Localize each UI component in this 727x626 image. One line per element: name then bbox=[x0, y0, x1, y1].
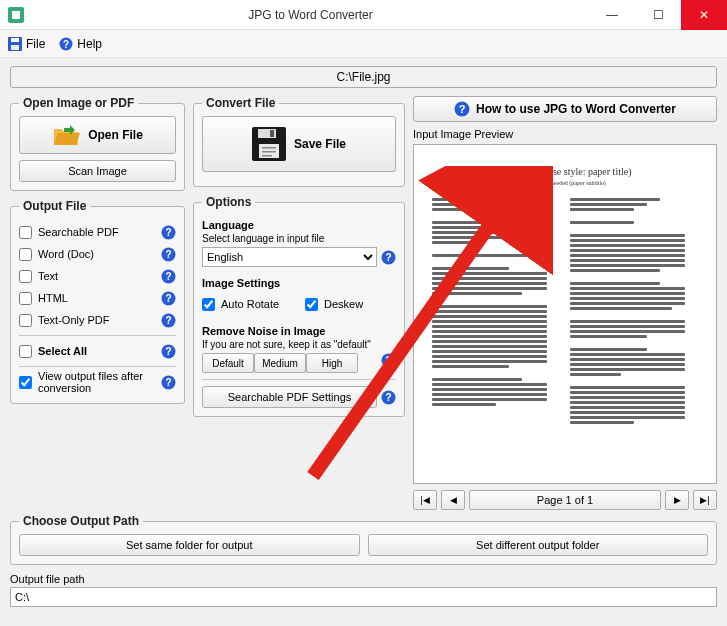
language-hint: Select language in input file bbox=[202, 233, 396, 244]
open-image-legend: Open Image or PDF bbox=[19, 96, 138, 110]
filepath-text: C:\File.jpg bbox=[336, 70, 390, 84]
options-section: Options Language Select language in inpu… bbox=[193, 195, 405, 417]
pager-prev-button[interactable]: ◀ bbox=[441, 490, 465, 510]
view-after-row: View output files after conversion ? bbox=[19, 373, 176, 391]
separator bbox=[19, 366, 176, 367]
help-icon[interactable]: ? bbox=[381, 390, 396, 405]
output-word-label: Word (Doc) bbox=[38, 248, 94, 260]
open-file-label: Open File bbox=[88, 128, 143, 142]
output-word-checkbox[interactable] bbox=[19, 248, 32, 261]
svg-text:?: ? bbox=[459, 103, 466, 115]
help-icon[interactable]: ? bbox=[161, 291, 176, 306]
view-after-checkbox[interactable] bbox=[19, 376, 32, 389]
set-different-folder-button[interactable]: Set different output folder bbox=[368, 534, 709, 556]
menu-help-label: Help bbox=[77, 37, 102, 51]
svg-text:?: ? bbox=[385, 355, 391, 366]
convert-file-legend: Convert File bbox=[202, 96, 279, 110]
filepath-display: C:\File.jpg bbox=[10, 66, 717, 88]
menu-file-label: File bbox=[26, 37, 45, 51]
svg-rect-3 bbox=[11, 45, 19, 50]
svg-rect-26 bbox=[262, 155, 272, 157]
deskew-checkbox[interactable] bbox=[305, 298, 318, 311]
menu-file[interactable]: File bbox=[8, 37, 45, 51]
svg-rect-2 bbox=[11, 38, 19, 42]
noise-medium-button[interactable]: Medium bbox=[254, 353, 306, 373]
select-all-label: Select All bbox=[38, 345, 87, 357]
help-icon[interactable]: ? bbox=[161, 225, 176, 240]
preview-columns bbox=[432, 196, 698, 426]
floppy-icon bbox=[8, 37, 22, 51]
menu-help[interactable]: ? Help bbox=[59, 37, 102, 51]
language-select[interactable]: English bbox=[202, 247, 377, 267]
help-icon[interactable]: ? bbox=[381, 353, 396, 368]
preview-box: Paper Title (use style: paper title) Sub… bbox=[413, 144, 717, 484]
select-all-checkbox[interactable] bbox=[19, 345, 32, 358]
pager-status: Page 1 of 1 bbox=[469, 490, 661, 510]
output-searchable-pdf-label: Searchable PDF bbox=[38, 226, 119, 238]
pager-last-button[interactable]: ▶| bbox=[693, 490, 717, 510]
output-searchable-pdf-checkbox[interactable] bbox=[19, 226, 32, 239]
searchable-pdf-settings-button[interactable]: Searchable PDF Settings bbox=[202, 386, 377, 408]
output-path-input[interactable] bbox=[10, 587, 717, 607]
output-html-row: HTML ? bbox=[19, 289, 176, 307]
help-icon[interactable]: ? bbox=[161, 375, 176, 390]
svg-rect-25 bbox=[262, 151, 276, 153]
separator bbox=[19, 335, 176, 336]
output-path-row: Output file path bbox=[10, 573, 717, 607]
output-path-label: Output file path bbox=[10, 573, 717, 585]
help-icon[interactable]: ? bbox=[161, 247, 176, 262]
window-titlebar: JPG to Word Converter — ☐ ✕ bbox=[0, 0, 727, 30]
auto-rotate-checkbox[interactable] bbox=[202, 298, 215, 311]
output-html-checkbox[interactable] bbox=[19, 292, 32, 305]
noise-high-button[interactable]: High bbox=[306, 353, 358, 373]
choose-output-path-section: Choose Output Path Set same folder for o… bbox=[10, 514, 717, 565]
how-to-use-label: How to use JPG to Word Converter bbox=[476, 102, 676, 116]
convert-file-section: Convert File Save File bbox=[193, 96, 405, 187]
svg-rect-22 bbox=[270, 130, 274, 137]
output-text-row: Text ? bbox=[19, 267, 176, 285]
help-icon[interactable]: ? bbox=[381, 250, 396, 265]
open-file-button[interactable]: Open File bbox=[19, 116, 176, 154]
app-icon bbox=[8, 7, 24, 23]
svg-text:?: ? bbox=[165, 346, 171, 357]
noise-default-button[interactable]: Default bbox=[202, 353, 254, 373]
floppy-save-icon bbox=[252, 127, 286, 161]
view-after-label: View output files after conversion bbox=[38, 370, 155, 394]
close-button[interactable]: ✕ bbox=[681, 0, 727, 30]
help-icon[interactable]: ? bbox=[161, 313, 176, 328]
output-text-checkbox[interactable] bbox=[19, 270, 32, 283]
output-textonly-pdf-label: Text-Only PDF bbox=[38, 314, 110, 326]
svg-text:?: ? bbox=[165, 271, 171, 282]
help-icon[interactable]: ? bbox=[161, 344, 176, 359]
set-same-folder-button[interactable]: Set same folder for output bbox=[19, 534, 360, 556]
svg-text:?: ? bbox=[165, 227, 171, 238]
window-controls: — ☐ ✕ bbox=[589, 0, 727, 30]
scan-image-button[interactable]: Scan Image bbox=[19, 160, 176, 182]
noise-label: Remove Noise in Image bbox=[202, 325, 396, 337]
how-to-use-button[interactable]: ? How to use JPG to Word Converter bbox=[413, 96, 717, 122]
choose-output-path-legend: Choose Output Path bbox=[19, 514, 143, 528]
help-icon: ? bbox=[59, 37, 73, 51]
output-html-label: HTML bbox=[38, 292, 68, 304]
svg-rect-24 bbox=[262, 147, 276, 149]
output-text-label: Text bbox=[38, 270, 58, 282]
preview-doc-title: Paper Title (use style: paper title) bbox=[432, 165, 698, 178]
minimize-button[interactable]: — bbox=[589, 0, 635, 30]
window-title: JPG to Word Converter bbox=[32, 8, 589, 22]
maximize-button[interactable]: ☐ bbox=[635, 0, 681, 30]
pager-next-button[interactable]: ▶ bbox=[665, 490, 689, 510]
open-image-section: Open Image or PDF Open File Scan Image bbox=[10, 96, 185, 191]
save-file-button[interactable]: Save File bbox=[202, 116, 396, 172]
help-icon[interactable]: ? bbox=[161, 269, 176, 284]
auto-rotate-label: Auto Rotate bbox=[221, 298, 279, 310]
output-searchable-pdf-row: Searchable PDF ? bbox=[19, 223, 176, 241]
output-word-row: Word (Doc) ? bbox=[19, 245, 176, 263]
select-all-row: Select All ? bbox=[19, 342, 176, 360]
menubar: File ? Help bbox=[0, 30, 727, 58]
output-textonly-pdf-checkbox[interactable] bbox=[19, 314, 32, 327]
pager: |◀ ◀ Page 1 of 1 ▶ ▶| bbox=[413, 490, 717, 510]
preview-doc-subtitle: Subtitle as needed (paper subtitle) bbox=[432, 180, 698, 188]
svg-text:?: ? bbox=[165, 315, 171, 326]
pager-first-button[interactable]: |◀ bbox=[413, 490, 437, 510]
image-settings-label: Image Settings bbox=[202, 277, 396, 289]
